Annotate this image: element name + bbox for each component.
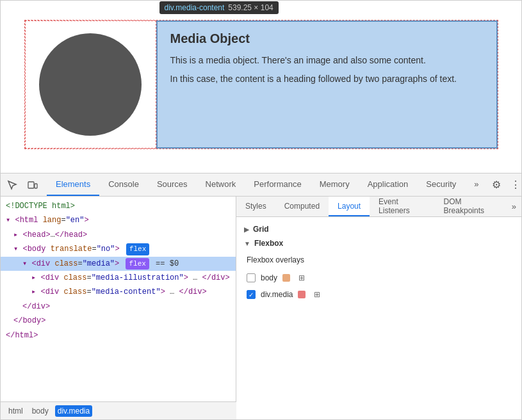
html-line-div-media[interactable]: ▾ <div class="media"> flex == $0 xyxy=(1,257,236,271)
flexbox-section-label: Flexbox xyxy=(254,239,283,248)
svg-rect-1 xyxy=(35,184,37,188)
flexbox-section-content: Flexbox overlays body ⊞ div.media xyxy=(236,250,521,308)
tab-console[interactable]: Console xyxy=(99,174,148,196)
html-line-head[interactable]: ▸ <head>…</head> xyxy=(1,228,236,242)
div-media-overlay-label: div.media xyxy=(261,290,293,299)
tab-network[interactable]: Network xyxy=(197,174,245,196)
tab-more[interactable]: » xyxy=(465,174,487,196)
flexbox-section-header[interactable]: ▼ Flexbox xyxy=(236,236,521,250)
devtools-panel: Elements Console Sources Network Perform… xyxy=(1,174,521,419)
devtools-toolbar: Elements Console Sources Network Perform… xyxy=(1,174,521,197)
media-illustration xyxy=(25,20,156,149)
div-media-overlay-checkbox[interactable] xyxy=(247,290,256,299)
tab-event-listeners[interactable]: Event Listeners xyxy=(370,197,435,216)
html-line-body[interactable]: ▾ <body translate="no"> flex xyxy=(1,242,236,256)
circle-image xyxy=(39,33,142,136)
tab-memory[interactable]: Memory xyxy=(311,174,359,196)
devtools-main-tabs: Elements Console Sources Network Perform… xyxy=(47,174,487,196)
html-line-media-content[interactable]: ▸ <div class="media-content"> … </div> xyxy=(1,285,236,299)
tab-styles[interactable]: Styles xyxy=(236,197,275,216)
html-line-close-div[interactable]: </div> xyxy=(1,300,236,314)
tab-elements[interactable]: Elements xyxy=(47,174,99,196)
media-object-container: div.media-content 539.25 × 104 Media Obj… xyxy=(24,20,498,149)
html-line-media-illustration[interactable]: ▸ <div class="media-illustration"> … </d… xyxy=(1,271,236,285)
body-overlay-label: body xyxy=(261,273,277,282)
elements-panel: <!DOCTYPE html> ▾ <html lang="en"> ▸ <he… xyxy=(1,197,236,401)
tab-sources[interactable]: Sources xyxy=(148,174,197,196)
layout-content: ▶ Grid ▼ Flexbox Flexbox overlays body xyxy=(236,217,521,401)
tab-performance[interactable]: Performance xyxy=(245,174,310,196)
div-media-overlay-settings-icon[interactable]: ⊞ xyxy=(311,288,323,301)
tab-security[interactable]: Security xyxy=(417,174,465,196)
grid-chevron-icon: ▶ xyxy=(244,226,249,233)
html-line-close-html[interactable]: </html> xyxy=(1,328,236,343)
tab-application[interactable]: Application xyxy=(359,174,418,196)
styles-tab-more[interactable]: » xyxy=(507,197,521,216)
media-flex-badge: flex xyxy=(126,258,149,270)
tab-layout[interactable]: Layout xyxy=(329,197,370,216)
devtools-content: <!DOCTYPE html> ▾ <html lang="en"> ▸ <he… xyxy=(1,197,521,401)
html-line-html[interactable]: ▾ <html lang="en"> xyxy=(1,213,236,227)
overlay-row-div-media: div.media ⊞ xyxy=(247,286,511,303)
media-heading: Media Object xyxy=(170,31,484,46)
html-line-close-body[interactable]: </body> xyxy=(1,314,236,328)
inspect-icon[interactable] xyxy=(3,176,21,194)
tooltip-dimensions: 539.25 × 104 xyxy=(228,3,273,12)
svg-rect-0 xyxy=(28,182,34,188)
div-media-color-swatch xyxy=(298,291,306,298)
grid-section-header[interactable]: ▶ Grid xyxy=(236,222,521,236)
settings-icon[interactable]: ⚙ xyxy=(487,176,505,194)
body-color-swatch xyxy=(282,274,290,282)
breadcrumb-bar: html body div.media xyxy=(1,401,236,419)
body-flex-badge: flex xyxy=(126,243,149,255)
toolbar-right: ⚙ ⋮ ✕ xyxy=(487,176,522,194)
more-options-icon[interactable]: ⋮ xyxy=(507,176,522,194)
overlay-row-body: body ⊞ xyxy=(247,270,511,286)
device-toggle-icon[interactable] xyxy=(24,176,42,194)
flexbox-overlays-title: Flexbox overlays xyxy=(247,255,511,264)
grid-section-label: Grid xyxy=(253,225,269,234)
tab-dom-breakpoints[interactable]: DOM Breakpoints xyxy=(435,197,507,216)
flexbox-chevron-icon: ▼ xyxy=(244,240,250,247)
tooltip-element-name: div.media-content xyxy=(165,3,225,12)
devtools-window: div.media-content 539.25 × 104 Media Obj… xyxy=(0,0,522,420)
styles-panel: Styles Computed Layout Event Listeners D… xyxy=(236,197,521,401)
element-tooltip: div.media-content 539.25 × 104 xyxy=(159,1,279,14)
toolbar-icons xyxy=(3,176,42,194)
breadcrumb-html[interactable]: html xyxy=(6,405,26,417)
body-overlay-checkbox[interactable] xyxy=(247,273,256,282)
body-overlay-settings-icon[interactable]: ⊞ xyxy=(295,271,308,284)
tab-computed[interactable]: Computed xyxy=(275,197,329,216)
media-paragraph1: This is a media object. There's an image… xyxy=(170,54,484,67)
media-paragraph2: In this case, the content is a heading f… xyxy=(170,72,484,86)
breadcrumb-div-media[interactable]: div.media xyxy=(55,405,92,417)
html-line-doctype[interactable]: <!DOCTYPE html> xyxy=(1,199,236,213)
preview-area: div.media-content 539.25 × 104 Media Obj… xyxy=(1,1,521,174)
breadcrumb-body[interactable]: body xyxy=(29,405,51,417)
media-content: Media Object This is a media object. The… xyxy=(156,20,498,149)
styles-sub-tabs: Styles Computed Layout Event Listeners D… xyxy=(236,197,521,217)
